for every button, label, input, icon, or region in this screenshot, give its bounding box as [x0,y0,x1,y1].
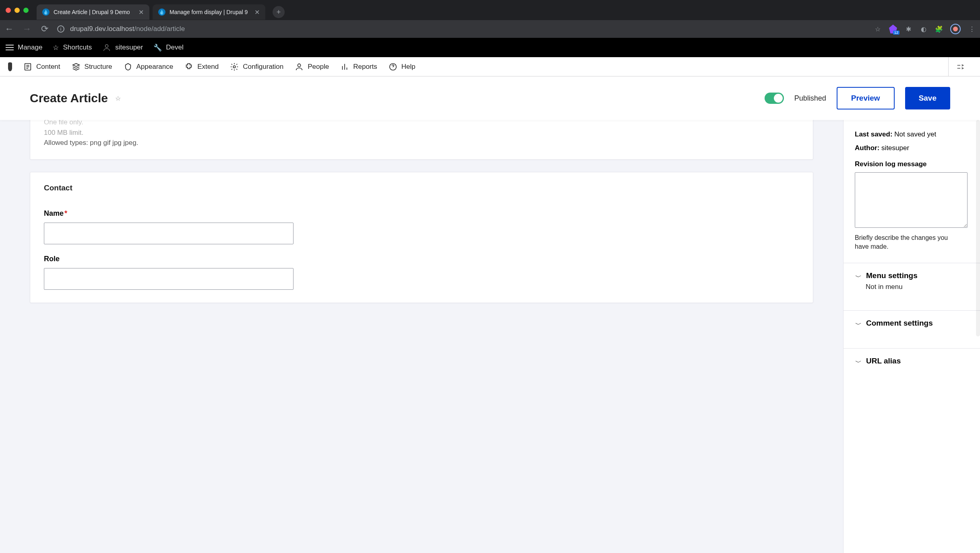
content-icon [23,62,32,71]
scrollbar[interactable] [976,120,980,336]
window-maximize[interactable] [23,8,29,13]
extension-icon[interactable]: 12 [889,25,897,33]
window-close[interactable] [6,8,11,13]
reports-icon [340,62,349,71]
admin-menu: Content Structure Appearance Extend Conf… [0,57,980,76]
devel-link[interactable]: 🔧 Devel [153,43,183,52]
svg-point-0 [105,45,108,47]
browser-tab-inactive[interactable]: 💧 Manage form display | Drupal 9 ✕ [153,4,265,20]
manage-menu[interactable]: Manage [6,43,42,52]
chevron-down-icon: ︿ [855,358,861,367]
tab-title: Manage form display | Drupal 9 [170,9,250,15]
star-icon: ☆ [53,43,59,52]
tab-title: Create Article | Drupal 9 Demo [54,9,134,15]
revision-textarea[interactable] [855,172,968,228]
back-button[interactable]: ← [4,24,14,34]
shortcut-star-button[interactable]: ☆ [115,95,121,102]
name-input[interactable] [44,223,294,244]
last-saved: Last saved: Not saved yet [855,130,973,138]
shortcuts-label: Shortcuts [63,43,92,52]
hamburger-icon [6,45,14,50]
menu-appearance[interactable]: Appearance [124,62,174,71]
extension-icon[interactable]: ◐ [920,25,928,33]
published-toggle[interactable] [765,93,784,104]
workspace: Choose FileNo file chosen One file only.… [0,120,980,553]
site-info-icon[interactable]: i [57,25,64,33]
profile-avatar[interactable] [950,24,961,34]
orientation-toggle[interactable] [948,57,972,76]
address-bar[interactable]: i drupal9.dev.localhost/node/add/article [57,25,866,33]
file-help-types: Allowed types: png gif jpg jpeg. [44,138,799,148]
gear-icon [230,62,239,71]
contact-heading: Contact [44,184,799,192]
admin-toolbar: Manage ☆ Shortcuts sitesuper 🔧 Devel [0,38,980,57]
drupal-favicon: 💧 [158,8,165,16]
bookmark-star-icon[interactable]: ☆ [874,25,882,33]
url-alias-section[interactable]: ︿ URL alias [855,349,973,369]
drupal-favicon: 💧 [42,8,50,16]
browser-chrome: 💧 Create Article | Drupal 9 Demo ✕ 💧 Man… [0,0,980,38]
url-text: drupal9.dev.localhost/node/add/article [70,25,185,33]
devel-label: Devel [166,43,183,52]
chevron-down-icon: ︿ [855,273,861,281]
help-icon [389,62,397,71]
kebab-menu-icon[interactable]: ⋮ [968,25,976,33]
window-minimize[interactable] [14,8,20,13]
extensions-puzzle-icon[interactable]: 🧩 [935,25,943,33]
menu-configuration[interactable]: Configuration [230,62,283,71]
window-controls [6,8,29,13]
chevron-down-icon: ︿ [855,320,861,329]
forward-button[interactable]: → [22,24,32,34]
close-icon[interactable]: ✕ [139,8,144,16]
name-label: Name* [44,209,799,218]
user-link[interactable]: sitesuper [102,43,143,52]
structure-icon [72,62,81,71]
toolbar-right: ☆ 12 ✱ ◐ 🧩 ⋮ [874,24,976,34]
published-label: Published [794,94,826,103]
save-button[interactable]: Save [905,87,950,109]
extension-icon[interactable]: ✱ [904,25,912,33]
file-help-limit: 100 MB limit. [44,128,799,138]
contact-card: Contact Name* Role [30,172,813,303]
people-icon [295,62,304,71]
browser-tab-active[interactable]: 💧 Create Article | Drupal 9 Demo ✕ [37,4,149,20]
main-column: Choose FileNo file chosen One file only.… [0,120,843,553]
page-header: Create Article ☆ Published Preview Save [0,76,980,120]
preview-button[interactable]: Preview [837,87,895,109]
role-field: Role [44,255,799,290]
page-actions: Published Preview Save [765,87,950,109]
menu-structure[interactable]: Structure [72,62,112,71]
extend-icon [184,62,193,71]
menu-people[interactable]: People [295,62,329,71]
user-icon [102,43,111,52]
close-icon[interactable]: ✕ [254,8,260,16]
revision-label: Revision log message [855,160,973,168]
revision-hint: Briefly describe the changes you have ma… [855,233,959,252]
image-upload-card: Choose FileNo file chosen One file only.… [30,120,813,160]
menu-reports[interactable]: Reports [340,62,377,71]
sidebar: Last saved: Not saved yet Author: sitesu… [843,120,980,553]
file-help-line1: One file only. [44,120,799,128]
svg-point-6 [298,64,301,66]
author: Author: sitesuper [855,144,973,152]
menu-settings-section[interactable]: ︿ Menu settings Not in menu [855,263,973,299]
drupal-icon[interactable] [8,62,12,71]
menu-content[interactable]: Content [23,62,60,71]
menu-extend[interactable]: Extend [184,62,219,71]
role-input[interactable] [44,268,294,290]
new-tab-button[interactable]: + [273,6,285,18]
role-label: Role [44,255,799,263]
comment-settings-section[interactable]: ︿ Comment settings [855,311,973,337]
svg-point-5 [233,66,236,68]
shortcuts-link[interactable]: ☆ Shortcuts [53,43,92,52]
appearance-icon [124,62,132,71]
reload-button[interactable]: ⟳ [39,24,50,34]
browser-titlebar: 💧 Create Article | Drupal 9 Demo ✕ 💧 Man… [0,0,980,20]
wrench-icon: 🔧 [153,43,162,52]
user-label: sitesuper [115,43,143,52]
browser-toolbar: ← → ⟳ i drupal9.dev.localhost/node/add/a… [0,20,980,38]
name-field: Name* [44,209,799,244]
manage-label: Manage [18,43,42,52]
menu-help[interactable]: Help [389,62,416,71]
page-title: Create Article [30,91,108,105]
